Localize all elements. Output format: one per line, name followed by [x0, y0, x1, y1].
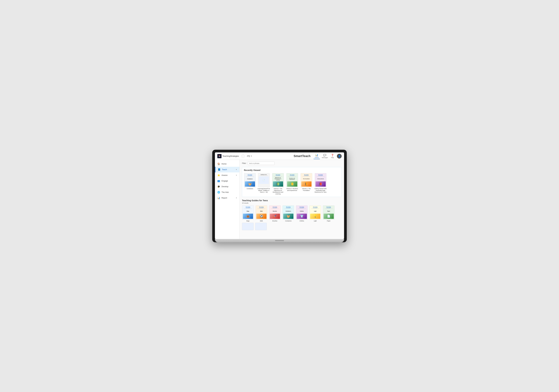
recently-viewed-grid: The CreativeCurriculum® Containers 🧺 Con…: [244, 173, 340, 195]
help-icon: ❓: [331, 154, 334, 157]
hub-icon: 🌐: [217, 191, 220, 194]
book-cover-volume2: The CreativeCurriculum® Routines and Exp…: [286, 173, 298, 187]
book-item-balls[interactable]: The CreativeCurriculum® Balls ⚽ Balls: [255, 205, 267, 222]
home-icon: 🏠: [217, 162, 220, 165]
book-cover-paper: The CreativeCurriculum® Paper 📄: [323, 205, 335, 220]
cover-art-getting-started: 📕: [316, 181, 326, 187]
book-label-volume1: Volume 1: The Foundation: [300, 188, 313, 191]
sidebar-hub-label: The Hub: [222, 191, 237, 193]
logo-brand2: Strategies: [230, 155, 239, 157]
book-cover-light: The CreativeCurriculum® Light 💡: [309, 205, 321, 220]
topnav-actions: 📊 Library 💬 Messages ❓ Help 👤: [313, 153, 342, 159]
sidebar-home-label: Home: [222, 163, 237, 165]
book-label-learninggames: LearningGames® for Infants, Toddlers & T…: [257, 188, 270, 193]
workspace-label: IT2: [247, 155, 250, 157]
book-item-volume3[interactable]: The CreativeCurriculum® Objectives for D…: [271, 173, 284, 195]
sidebar-item-teach[interactable]: 📘 Teach ▼: [215, 167, 239, 172]
top-navigation: 📚 TeachingStrategies ‹ IT2 ▼ SmartTeach …: [215, 152, 344, 160]
workspace-selector[interactable]: IT2 ▼: [247, 155, 252, 157]
library-nav-button[interactable]: 📊 Library: [313, 153, 320, 159]
teach-icon: 📘: [218, 168, 221, 171]
filter-label: Filter:: [242, 162, 246, 164]
sidebar-item-assess[interactable]: ⭐ Assess ▼: [215, 172, 239, 178]
book-label-clothes: Clothes: [299, 220, 304, 222]
develop-icon: 🎓: [217, 185, 220, 188]
cover-art-brushes: 🖌️: [270, 214, 280, 219]
sidebar-item-hub[interactable]: 🌐 The Hub: [215, 189, 239, 195]
cover-art-containers2: 🧺: [283, 214, 293, 219]
book-label-light: Light: [314, 220, 317, 222]
sidebar-report-label: Report: [222, 197, 234, 199]
laptop-base: [215, 239, 344, 242]
report-icon: 📊: [217, 196, 220, 199]
book-cover-getting-started: The CreativeCurriculum® Getting Started …: [315, 173, 326, 187]
logo-area: 📚 TeachingStrategies: [217, 154, 239, 158]
assess-icon: ⭐: [217, 174, 220, 177]
logo-text: TeachingStrategies: [222, 155, 239, 157]
book-cover-containers-rv: The CreativeCurriculum® Containers 🧺: [244, 173, 256, 187]
book-cover-volume3: The CreativeCurriculum® Objectives for D…: [272, 173, 284, 187]
book-label-volume2: Volume 2: Routines and Experiences: [286, 188, 298, 191]
teaching-guides-grid: The CreativeCurriculum® Bags 👜 Bags The …: [242, 205, 342, 222]
book-cover-brushes: The CreativeCurriculum® Brushes 🖌️: [269, 205, 281, 220]
teach-text: Teach: [302, 154, 310, 158]
book-item-brushes[interactable]: The CreativeCurriculum® Brushes 🖌️ Brush…: [269, 205, 281, 222]
book-item-bags[interactable]: The CreativeCurriculum® Bags 👜 Bags: [242, 205, 254, 222]
sidebar-engage-label: Engage: [222, 180, 237, 182]
cover-art-bags: 👜: [243, 214, 253, 219]
sidebar: 🏠 Home 📘 Teach ▼ ⭐ Assess ▼ 👥: [215, 160, 240, 239]
book-item-clothes[interactable]: The CreativeCurriculum® Clothes 👕 Clothe…: [296, 205, 308, 222]
book-label-getting-started: Getting Started With Expanded Daily Reso…: [314, 188, 327, 193]
book-label-paper: Paper: [327, 220, 330, 222]
main-content: Filter: Recently Viewed The CreativeCurr…: [240, 160, 344, 239]
filter-input[interactable]: [248, 162, 275, 165]
book-item-getting-started[interactable]: The CreativeCurriculum® Getting Started …: [314, 173, 327, 195]
book-item-light[interactable]: The CreativeCurriculum® Light 💡 Light: [309, 205, 321, 222]
filter-bar: Filter:: [242, 162, 342, 165]
collapse-button[interactable]: ‹: [241, 154, 245, 158]
book-cover-balls: The CreativeCurriculum® Balls ⚽: [256, 205, 267, 220]
book-cover-containers2: The CreativeCurriculum® Containers 🧺: [282, 205, 294, 220]
logo-icon: 📚: [217, 154, 222, 158]
laptop-notch: [275, 240, 284, 241]
laptop-screen: 📚 TeachingStrategies ‹ IT2 ▼ SmartTeach …: [215, 152, 344, 239]
book-cover-clothes: The CreativeCurriculum® Clothes 👕: [296, 205, 307, 220]
partial-book-row: [242, 223, 342, 230]
book-item-volume1[interactable]: The CreativeCurriculum® The Foundation 📙…: [300, 173, 313, 195]
book-label-containers-rv: Containers: [247, 188, 253, 190]
cover-art-paper: 📄: [324, 214, 334, 219]
laptop-frame: 📚 TeachingStrategies ‹ IT2 ▼ SmartTeach …: [212, 150, 347, 242]
app-container: 📚 TeachingStrategies ‹ IT2 ▼ SmartTeach …: [215, 152, 344, 239]
help-label: Help: [331, 157, 334, 158]
sidebar-teach-label: Teach: [222, 169, 234, 171]
sidebar-item-home[interactable]: 🏠 Home: [215, 161, 239, 167]
cover-art-learninggames: 📄: [259, 177, 269, 184]
partial-book-1: [242, 223, 254, 230]
logo-brand: Teaching: [222, 155, 230, 157]
library-label: Library: [315, 157, 319, 158]
book-item-volume2[interactable]: The CreativeCurriculum® Routines and Exp…: [286, 173, 298, 195]
book-item-containers-rv[interactable]: The CreativeCurriculum® Containers 🧺 Con…: [244, 173, 256, 195]
main-area: 🏠 Home 📘 Teach ▼ ⭐ Assess ▼ 👥: [215, 160, 344, 239]
cover-art-balls: ⚽: [256, 214, 267, 219]
book-item-paper[interactable]: The CreativeCurriculum® Paper 📄 Paper: [323, 205, 335, 222]
user-avatar[interactable]: 👤: [337, 154, 342, 159]
sidebar-develop-label: Develop: [222, 186, 237, 188]
book-item-learninggames[interactable]: Building Trust 📄 LearningGames® for Infa…: [257, 173, 270, 195]
book-cover-bags: The CreativeCurriculum® Bags 👜: [242, 205, 254, 220]
sidebar-item-engage[interactable]: 👥 Engage: [215, 178, 239, 184]
teach-caret-icon: ▼: [236, 169, 237, 170]
help-nav-button[interactable]: ❓ Help: [330, 153, 335, 159]
recently-viewed-section: Recently Viewed The CreativeCurriculum® …: [242, 167, 342, 197]
cover-art-light: 💡: [310, 214, 320, 219]
cover-art-clothes: 👕: [297, 214, 307, 219]
book-item-containers2[interactable]: The CreativeCurriculum® Containers 🧺 Con…: [282, 205, 294, 222]
messages-nav-button[interactable]: 💬 Messages: [321, 153, 329, 159]
sidebar-item-report[interactable]: 📊 Report ▼: [215, 195, 239, 201]
report-caret-icon: ▼: [236, 197, 237, 199]
smart-text: Smart: [294, 154, 302, 158]
book-cover-learninggames: Building Trust 📄: [258, 173, 270, 187]
sidebar-item-develop[interactable]: 🎓 Develop: [215, 184, 239, 189]
recently-viewed-title: Recently Viewed: [244, 169, 340, 171]
cover-art-volume1: 📙: [301, 181, 311, 187]
